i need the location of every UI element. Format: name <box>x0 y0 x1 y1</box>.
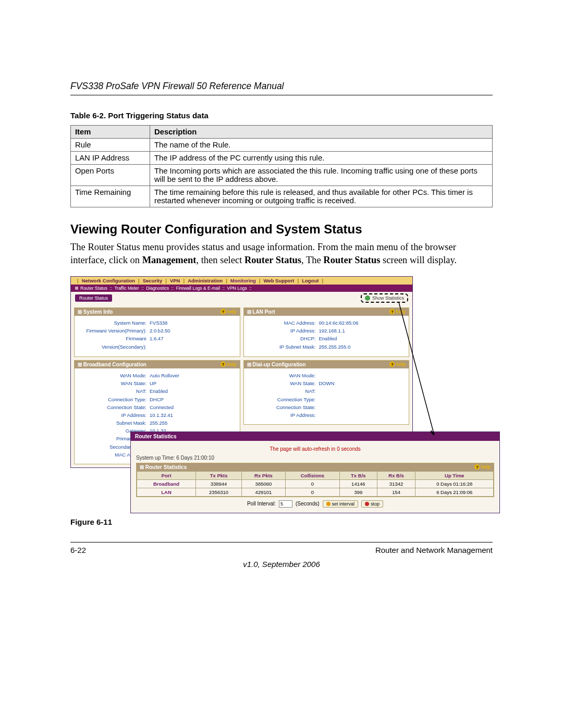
sub-tabstrip: Router Status :: Traffic Meter :: Diagno… <box>71 285 412 292</box>
tab-vpn[interactable]: VPN <box>170 278 180 283</box>
kv-key: IP Address: <box>80 411 150 419</box>
panel-title: LAN Port <box>252 309 275 315</box>
kv-value: 10.1.32.41 <box>150 411 173 419</box>
cell-desc: The Incoming ports which are associated … <box>150 165 493 186</box>
port-triggering-table: Item Description RuleThe name of the Rul… <box>70 125 493 207</box>
stats-txb: 399 <box>339 488 377 496</box>
router-status-button[interactable]: Router Status <box>75 294 112 302</box>
set-interval-button[interactable]: set interval <box>323 500 359 508</box>
chapter-name: Router and Network Management <box>375 546 493 554</box>
stats-row: Broadband338944385060014146313420 Days 0… <box>137 479 494 488</box>
tab-web-support[interactable]: Web Support <box>264 278 295 283</box>
tab-monitoring[interactable]: Monitoring <box>230 278 256 283</box>
kv-row: Connection Type:DHCP <box>80 396 235 403</box>
page-number: 6-22 <box>70 546 86 554</box>
kv-value: UP <box>150 379 156 387</box>
stats-header: Port <box>137 471 196 479</box>
panel-title: Router Statistics <box>145 464 187 470</box>
help-link[interactable]: ?help <box>221 309 237 314</box>
svg-line-0 <box>399 302 434 435</box>
poll-label: Poll Interval: <box>247 501 276 507</box>
body-bold: Router Status <box>323 255 380 265</box>
subtab-traffic-meter[interactable]: Traffic Meter <box>114 286 139 291</box>
table-row: RuleThe name of the Rule. <box>71 139 493 152</box>
kv-value: 255.255.255.0 <box>319 343 351 351</box>
cell-item: LAN IP Address <box>71 152 150 165</box>
show-statistics-label: Show Statistics <box>372 295 404 301</box>
table-row: Open PortsThe Incoming ports which are a… <box>71 165 493 186</box>
system-uptime: System up Time: 6 Days 21:00:10 <box>136 455 494 461</box>
kv-value: 255.255 <box>150 419 167 427</box>
show-statistics-button[interactable]: Show Statistics <box>361 293 408 303</box>
kv-value: 00:14:6c:82:85:06 <box>319 319 359 327</box>
cell-item: Rule <box>71 139 150 152</box>
tab-network-config[interactable]: Network Configuration <box>82 278 135 283</box>
subtab-router-status[interactable]: Router Status <box>80 286 107 291</box>
stats-rxb: 154 <box>377 488 415 496</box>
table-row: Time RemainingThe time remaining before … <box>71 186 493 207</box>
kv-value: Connected <box>150 403 174 411</box>
kv-key: NAT: <box>80 387 150 395</box>
stats-header: Rx Pkts <box>242 471 286 479</box>
kv-value: 2.0.b2.50 <box>150 327 170 335</box>
doc-header: FVS338 ProSafe VPN Firewall 50 Reference… <box>70 81 493 95</box>
th-item: Item <box>71 126 150 139</box>
kv-key: IP Subnet Mask: <box>249 343 319 351</box>
stats-col: 0 <box>285 479 339 488</box>
figure-caption: Figure 6-11 <box>70 517 493 526</box>
body-text: screen will display. <box>380 255 457 265</box>
kv-value: Enabled <box>150 387 168 395</box>
screenshot-area: | Network Configuration | Security | VPN… <box>70 276 493 513</box>
kv-key: Connection Type: <box>249 396 319 403</box>
body-paragraph: The Router Status menu provides status a… <box>70 241 493 267</box>
stats-txb: 14146 <box>339 479 377 488</box>
help-link[interactable]: ?help <box>474 464 491 470</box>
page-footer: 6-22 Router and Network Management <box>70 542 493 554</box>
cell-desc: The IP address of the PC currently using… <box>150 152 493 165</box>
kv-key: DHCP: <box>249 335 319 342</box>
stats-port: LAN <box>137 488 196 496</box>
stop-button[interactable]: stop <box>361 500 383 508</box>
stats-uptime: 0 Days 01:16:28 <box>415 479 494 488</box>
tab-logout[interactable]: Logout <box>302 278 319 283</box>
kv-key: WAN Mode: <box>80 372 150 379</box>
kv-value: FVS338 <box>150 319 167 327</box>
cell-desc: The name of the Rule. <box>150 139 493 152</box>
kv-row: System Name:FVS338 <box>80 319 235 327</box>
kv-value: Enabled <box>319 335 337 342</box>
help-link[interactable]: ?help <box>221 362 237 367</box>
poll-interval-input[interactable] <box>279 500 292 508</box>
section-heading: Viewing Router Configuration and System … <box>70 222 493 237</box>
cell-desc: The time remaining before this rule is r… <box>150 186 493 207</box>
panel-system-info: ⊞ System Info ?help System Name:FVS338Fi… <box>74 307 240 357</box>
th-desc: Description <box>150 126 493 139</box>
stats-rxb: 31342 <box>377 479 415 488</box>
kv-row: IP Address:10.1.32.41 <box>80 411 235 419</box>
set-icon <box>326 502 331 506</box>
kv-row: Subnet Mask:255.255 <box>80 419 235 427</box>
stats-port: Broadband <box>137 479 196 488</box>
body-text: , then select <box>196 255 244 265</box>
subtab-diagnostics[interactable]: Diagnostics <box>146 286 169 291</box>
panel-title: Dial-up Configuration <box>252 362 305 367</box>
tab-administration[interactable]: Administration <box>188 278 223 283</box>
body-text: , The <box>301 255 323 265</box>
kv-key: WAN State: <box>249 379 319 387</box>
kv-row: Firmware Version(Primary):2.0.b2.50 <box>80 327 235 335</box>
stats-tx: 338944 <box>196 479 242 488</box>
subtab-firewall-logs[interactable]: Firewall Logs & E-mail <box>176 286 221 291</box>
kv-value: DHCP <box>150 396 164 403</box>
kv-key: IP Address: <box>249 327 319 335</box>
subtab-vpn-logs[interactable]: VPN Logs <box>227 286 247 291</box>
kv-key: Connection Type: <box>80 396 150 403</box>
kv-row: Connection State:Connected <box>80 403 235 411</box>
statistics-table: PortTx PktsRx PktsCollisionsTx B/sRx B/s… <box>137 471 494 497</box>
cell-item: Time Remaining <box>71 186 150 207</box>
set-interval-label: set interval <box>332 501 355 507</box>
stats-row: LAN235631042910103991546 Days 21:09:06 <box>137 488 494 496</box>
panel-title: System Info <box>83 309 113 315</box>
toolbar: Router Status Show Statistics <box>71 292 412 304</box>
kv-key: Firmware Version(Secondary): <box>80 335 150 350</box>
kv-value: DOWN <box>319 379 335 387</box>
tab-security[interactable]: Security <box>143 278 163 283</box>
